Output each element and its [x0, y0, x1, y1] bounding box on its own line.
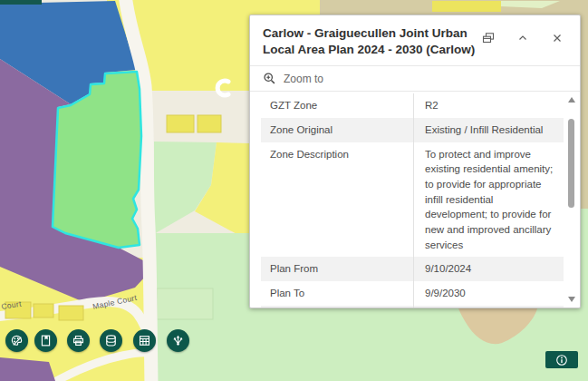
building-top-right: [432, 1, 501, 12]
info-icon: [555, 354, 568, 366]
bookmark-button[interactable]: [34, 329, 57, 352]
field-row: Plan From 9/10/2024: [261, 257, 564, 281]
scroll-down-icon[interactable]: [568, 297, 575, 302]
field-label: Zone Description: [261, 142, 413, 258]
field-value: 9/10/2024: [413, 257, 564, 281]
bookmark-icon: [39, 334, 53, 347]
table-button[interactable]: [133, 329, 156, 352]
field-value: R2: [413, 93, 564, 118]
share-icon: [171, 334, 185, 347]
field-label: Plan From: [261, 257, 413, 281]
scrollbar-thumb[interactable]: [568, 119, 574, 208]
feature-popup: Carlow - Graiguecullen Joint Urban Local…: [249, 15, 581, 308]
field-row: GZT Zone R2: [261, 93, 564, 118]
attribute-table: GZT Zone R2 Zone Original Existing / Inf…: [261, 93, 564, 308]
share-button[interactable]: [167, 329, 189, 352]
field-value: Existing / Infill Residential: [413, 118, 564, 142]
field-row: Plan To 9/9/2030: [261, 281, 564, 306]
top-left-strip: [0, 0, 42, 5]
field-label: GZT Zone: [261, 93, 413, 118]
field-value: 9/9/2030: [413, 281, 564, 306]
field-row: Zone Description To protect and improve …: [261, 142, 564, 258]
popup-header-actions: [482, 32, 564, 44]
dock-icon[interactable]: [482, 32, 495, 44]
zoom-to-action[interactable]: Zoom to: [250, 65, 580, 92]
database-button[interactable]: [100, 329, 122, 352]
print-button[interactable]: [67, 329, 90, 352]
zoom-to-label: Zoom to: [284, 73, 323, 85]
field-label: Plan Name: [261, 306, 413, 308]
field-row: Plan Name Carlow - Graiguecullen Joint U…: [261, 306, 564, 308]
popup-header: Carlow - Graiguecullen Joint Urban Local…: [250, 15, 580, 65]
popup-scrollbar: [565, 93, 578, 304]
collapse-icon[interactable]: [516, 32, 529, 44]
scrollbar-track[interactable]: [565, 103, 578, 297]
table-icon: [138, 334, 151, 347]
popup-title: Carlow - Graiguecullen Joint Urban Local…: [263, 25, 491, 58]
info-button[interactable]: [545, 351, 578, 368]
database-icon: [104, 334, 118, 347]
palette-icon: [10, 334, 24, 347]
popup-body: GZT Zone R2 Zone Original Existing / Inf…: [250, 92, 580, 308]
parcel-outline: [157, 288, 213, 319]
field-value: To protect and improve existing resident…: [413, 142, 564, 258]
close-icon[interactable]: [551, 32, 564, 44]
field-label: Zone Original: [261, 118, 413, 142]
print-icon: [72, 334, 85, 347]
draw-palette-button[interactable]: [5, 329, 28, 352]
field-row: Zone Original Existing / Infill Resident…: [261, 118, 564, 142]
field-label: Plan To: [261, 281, 413, 306]
zoom-in-icon: [263, 72, 276, 85]
map-application: Court Maple Court: [0, 0, 588, 381]
field-value: Carlow - Graiguecullen Joint Urban Local…: [413, 306, 564, 308]
